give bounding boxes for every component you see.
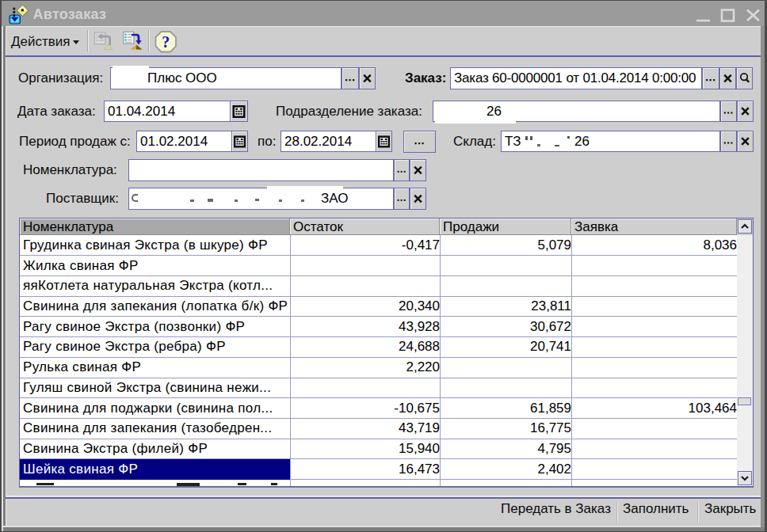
svg-text:?: ? [162, 33, 170, 51]
